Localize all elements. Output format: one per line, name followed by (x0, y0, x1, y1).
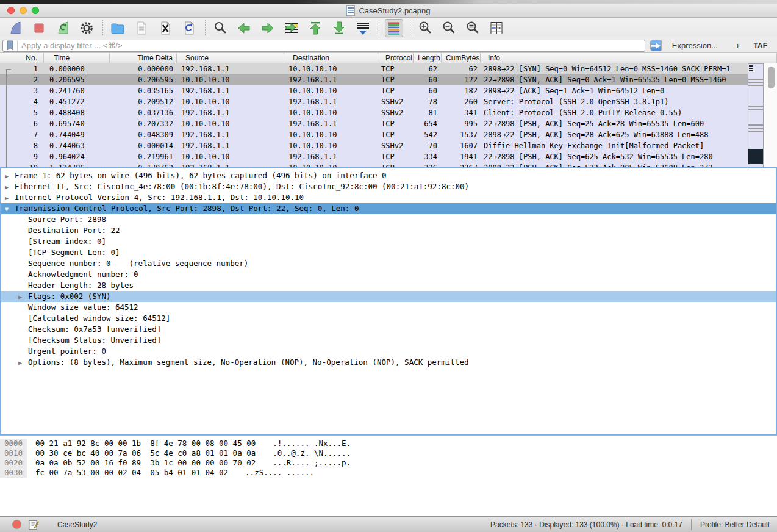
close-file-icon[interactable] (156, 19, 174, 37)
hex-row[interactable]: 001000 30 ce bc 40 00 7a 06 5c 4e c0 a8 … (0, 448, 777, 458)
packet-row[interactable]: 101.1347860.170762192.168.1.110.10.10.10… (0, 162, 748, 167)
detail-line[interactable]: [Stream index: 0] (1, 236, 776, 247)
column-header-cumbytes[interactable]: CumBytes (442, 53, 481, 63)
filter-bookmark-icon[interactable] (3, 40, 18, 51)
profile-label[interactable]: Profile: Better Default (692, 520, 777, 529)
last-packet-icon[interactable] (330, 19, 348, 37)
column-header-source[interactable]: Source (177, 53, 284, 63)
conversation-line (6, 69, 7, 167)
column-header-destination[interactable]: Destination (284, 53, 378, 63)
apply-filter-button[interactable] (651, 40, 661, 51)
detail-line[interactable]: Acknowledgment number: 0 (1, 269, 776, 280)
detail-line[interactable]: ▶Ethernet II, Src: CiscoInc_4e:78:00 (00… (1, 181, 776, 192)
packet-row[interactable]: 30.2417600.035165192.168.1.110.10.10.10T… (0, 85, 748, 96)
cell-info: Server: Protocol (SSH-2.0-OpenSSH_3.8.1p… (481, 96, 748, 107)
packet-bytes-pane[interactable]: 000000 21 a1 92 8c 00 00 1b 8f 4e 78 00 … (0, 435, 777, 516)
expander-closed-icon[interactable]: ▶ (18, 358, 28, 368)
capture-stop-icon[interactable] (30, 19, 48, 37)
zoom-in-icon[interactable] (416, 19, 434, 37)
detail-line[interactable]: [Calculated window size: 64512] (1, 313, 776, 324)
filter-placeholder: Apply a display filter ... <⌘/> (18, 41, 122, 50)
expert-info-icon[interactable] (12, 520, 21, 529)
hex-ascii: .0..@.z. \N...... (273, 448, 351, 458)
packet-row[interactable]: 60.6957400.20733210.10.10.10192.168.1.1T… (0, 118, 748, 129)
column-header-length[interactable]: Length (414, 53, 442, 63)
packet-row[interactable]: 10.0000000.000000192.168.1.110.10.10.10T… (0, 63, 748, 74)
hex-row[interactable]: 00200a 0a 0b 52 00 16 f0 89 3b 1c 00 00 … (0, 458, 777, 468)
capture-restart-icon[interactable] (54, 19, 72, 37)
previous-packet-icon[interactable] (235, 19, 253, 37)
traffic-lights (7, 7, 39, 14)
packet-list-scrollbar[interactable] (765, 63, 777, 167)
detail-line[interactable]: Source Port: 2898 (1, 214, 776, 225)
scrollbar-thumb[interactable] (768, 66, 775, 88)
packet-row[interactable]: 50.4884080.037136192.168.1.110.10.10.10S… (0, 107, 748, 118)
detail-line[interactable]: Header Length: 28 bytes (1, 280, 776, 291)
detail-line[interactable]: Urgent pointer: 0 (1, 346, 776, 357)
packet-row[interactable]: 20.2065950.20659510.10.10.10192.168.1.1T… (0, 74, 748, 85)
cell-source: 192.168.1.1 (177, 162, 284, 167)
packet-row[interactable]: 90.9640240.21996110.10.10.10192.168.1.1T… (0, 151, 748, 162)
detail-line[interactable]: ▶Options: (8 bytes), Maximum segment siz… (1, 357, 776, 368)
zoom-out-icon[interactable] (440, 19, 458, 37)
title-bar[interactable]: CaseStudy2.pcapng (0, 4, 777, 18)
minimize-window-button[interactable] (20, 7, 27, 14)
wireshark-start-icon[interactable] (6, 19, 24, 37)
column-header-protocol[interactable]: Protocol (378, 53, 414, 63)
save-file-icon[interactable] (132, 19, 151, 37)
display-filter-input[interactable]: Apply a display filter ... <⌘/> (2, 40, 645, 52)
detail-line[interactable]: Sequence number: 0 (relative sequence nu… (1, 258, 776, 269)
filter-history-dropdown[interactable]: ▼ (661, 40, 662, 51)
add-filter-button[interactable]: + (735, 41, 740, 51)
expression-button[interactable]: Expression... (672, 41, 718, 50)
detail-line[interactable]: [Checksum Status: Unverified] (1, 335, 776, 346)
expander-open-icon[interactable]: ▼ (5, 204, 15, 214)
hex-bytes: fc 00 7a 53 00 00 02 04 05 b4 01 01 04 0… (35, 468, 228, 477)
expander-closed-icon[interactable]: ▶ (5, 193, 15, 203)
intelligent-scrollbar-map[interactable] (748, 63, 764, 167)
hex-row[interactable]: 0030fc 00 7a 53 00 00 02 04 05 b4 01 01 … (0, 468, 777, 478)
expander-closed-icon[interactable]: ▶ (18, 292, 28, 302)
reload-file-icon[interactable] (180, 19, 198, 37)
detail-text: Urgent pointer: 0 (28, 347, 106, 356)
cell-cumbytes: 122 (442, 74, 481, 85)
column-header-delta[interactable]: Time Delta (110, 53, 177, 63)
resize-columns-icon[interactable] (487, 19, 506, 37)
zoom-window-button[interactable] (32, 7, 39, 14)
next-packet-icon[interactable] (259, 19, 277, 37)
colorize-packets-icon[interactable] (385, 19, 403, 37)
column-header-time[interactable]: Time (44, 53, 110, 63)
detail-line[interactable]: ▶Frame 1: 62 bytes on wire (496 bits), 6… (1, 170, 776, 181)
detail-line[interactable]: [TCP Segment Len: 0] (1, 247, 776, 258)
close-window-button[interactable] (7, 7, 15, 14)
expander-closed-icon[interactable]: ▶ (5, 171, 15, 181)
column-header-no[interactable]: No. (0, 53, 44, 63)
packet-detail-pane[interactable]: ▶Frame 1: 62 bytes on wire (496 bits), 6… (0, 167, 777, 435)
taf-filter-button[interactable]: TAF (754, 41, 767, 50)
capture-options-gear-icon[interactable] (77, 19, 96, 37)
cell-length: 81 (414, 107, 442, 118)
detail-line[interactable]: ▼Transmission Control Protocol, Src Port… (1, 203, 776, 214)
packet-row[interactable]: 40.4512720.20951210.10.10.10192.168.1.1S… (0, 96, 748, 107)
detail-line[interactable]: Checksum: 0x7a53 [unverified] (1, 324, 776, 335)
hex-row[interactable]: 000000 21 a1 92 8c 00 00 1b 8f 4e 78 00 … (0, 439, 777, 448)
cell-info: Diffie-Hellman Key Exchange Init[Malform… (481, 140, 748, 151)
packet-row[interactable]: 70.7440490.048309192.168.1.110.10.10.10T… (0, 129, 748, 140)
capture-comment-icon[interactable] (29, 519, 39, 530)
zoom-reset-icon[interactable] (464, 19, 482, 37)
packet-row[interactable]: 80.7440630.000014192.168.1.110.10.10.10S… (0, 140, 748, 151)
first-packet-icon[interactable] (306, 19, 324, 37)
column-header-info[interactable]: Info (481, 53, 777, 63)
cell-cumbytes: 1537 (442, 129, 481, 140)
detail-line[interactable]: ▶Flags: 0x002 (SYN) (1, 291, 776, 302)
cell-time: 0.695740 (44, 118, 110, 129)
open-folder-icon[interactable] (109, 19, 127, 37)
packet-list-header[interactable]: No.TimeTime DeltaSourceDestinationProtoc… (0, 53, 777, 63)
detail-line[interactable]: ▶Internet Protocol Version 4, Src: 192.1… (1, 192, 776, 203)
auto-scroll-icon[interactable] (354, 19, 372, 37)
go-to-packet-icon[interactable] (282, 19, 301, 37)
detail-line[interactable]: Window size value: 64512 (1, 302, 776, 313)
detail-line[interactable]: Destination Port: 22 (1, 225, 776, 236)
find-packet-icon[interactable] (211, 19, 229, 37)
expander-closed-icon[interactable]: ▶ (5, 182, 15, 192)
